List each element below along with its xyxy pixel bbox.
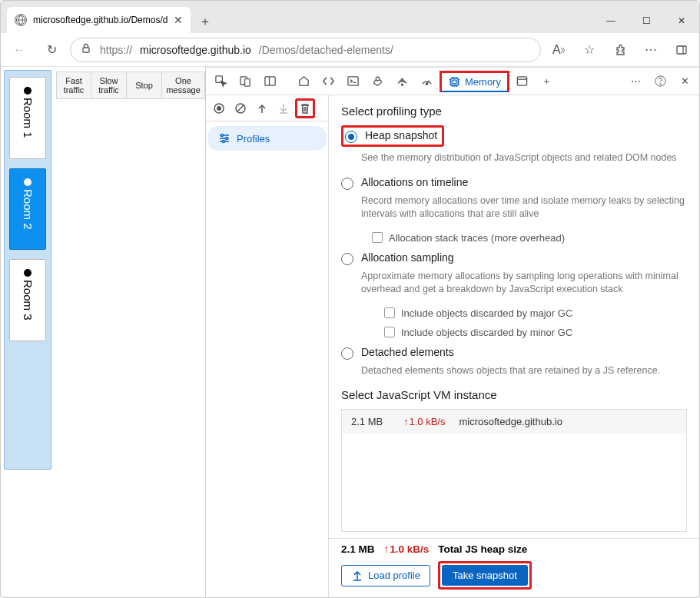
svg-rect-4 [677, 46, 686, 54]
svg-point-32 [659, 84, 660, 85]
clear-button[interactable] [231, 98, 250, 118]
allocations-timeline-option[interactable]: Allocations on timeline [341, 176, 687, 190]
radio-allocations-timeline[interactable] [341, 178, 353, 190]
tab-close-icon[interactable]: ✕ [174, 14, 183, 26]
radio-allocation-sampling[interactable] [341, 253, 353, 265]
performance-tab-icon[interactable] [415, 71, 438, 92]
room-2-button[interactable]: Room 2 [9, 168, 46, 251]
save-profile-button[interactable] [274, 98, 294, 118]
browser-tab[interactable]: microsoftedge.github.io/Demos/d ✕ [7, 7, 191, 33]
traffic-buttons: Fast traffic Slow traffic Stop One messa… [55, 67, 205, 102]
devtools-more-icon[interactable]: ⋯ [624, 71, 647, 92]
favorite-icon[interactable]: ☆ [576, 37, 602, 63]
svg-line-36 [237, 105, 244, 111]
memory-tab[interactable]: Memory [440, 71, 509, 92]
svg-point-34 [217, 106, 221, 111]
allocation-sampling-option[interactable]: Allocation sampling [341, 251, 687, 265]
more-tabs-button[interactable]: ＋ [536, 71, 559, 92]
total-heap-label: Total JS heap size [438, 543, 527, 555]
refresh-button[interactable]: ↻ [38, 36, 65, 64]
svg-rect-15 [451, 78, 458, 85]
window-titlebar: microsoftedge.github.io/Demos/d ✕ ＋ — ☐ … [1, 1, 699, 33]
allocation-stack-traces-checkbox[interactable]: Allocation stack traces (more overhead) [372, 232, 687, 244]
svg-point-45 [223, 141, 225, 143]
lock-icon [80, 42, 92, 57]
back-button[interactable]: ← [5, 36, 33, 64]
memory-main-panel: Select profiling type Heap snapshot See … [329, 95, 699, 538]
svg-rect-16 [453, 80, 456, 84]
svg-rect-9 [264, 77, 274, 85]
upload-icon [351, 570, 363, 582]
vm-instance-list: 2.1 MB 1.0 kB/s microsoftedge.github.io [341, 409, 687, 532]
svg-point-12 [401, 84, 403, 85]
network-tab-icon[interactable] [390, 71, 413, 92]
radio-detached-elements[interactable] [341, 347, 353, 360]
device-emulation-icon[interactable] [234, 71, 257, 92]
devtools-help-icon[interactable] [649, 71, 672, 92]
profiles-toolbar [206, 95, 328, 121]
console-tab-icon[interactable] [341, 71, 364, 92]
new-tab-button[interactable]: ＋ [194, 10, 217, 33]
fast-traffic-button[interactable]: Fast traffic [56, 71, 91, 99]
window-maximize-button[interactable]: ☐ [629, 8, 664, 33]
radio-heap-snapshot[interactable] [345, 131, 357, 143]
take-snapshot-button[interactable]: Take snapshot [442, 565, 528, 586]
url-box[interactable]: https://microsoftedge.github.io/Demos/de… [70, 38, 541, 62]
include-major-gc-checkbox[interactable]: Include objects discarded by major GC [384, 307, 687, 319]
delete-profile-button[interactable] [295, 98, 315, 118]
profiles-nav-item[interactable]: Profiles [207, 126, 327, 151]
vm-instance-row[interactable]: 2.1 MB 1.0 kB/s microsoftedge.github.io [342, 410, 686, 434]
inspect-icon[interactable] [209, 71, 232, 92]
devtools-close-icon[interactable]: ✕ [673, 71, 696, 92]
svg-point-43 [221, 135, 224, 137]
devtools-panel: Memory ＋ ⋯ ✕ [206, 67, 699, 597]
slow-traffic-button[interactable]: Slow traffic [91, 71, 127, 99]
window-minimize-button[interactable]: — [593, 8, 629, 33]
svg-rect-3 [83, 48, 89, 52]
read-aloud-icon[interactable]: A)) [546, 37, 572, 63]
load-profile-button[interactable]: Load profile [341, 565, 430, 586]
globe-icon [15, 14, 27, 26]
svg-rect-8 [244, 79, 250, 86]
url-path: /Demos/detached-elements/ [259, 44, 393, 56]
elements-tab-icon[interactable] [317, 71, 340, 92]
memory-icon [448, 75, 461, 88]
sliders-icon [218, 132, 231, 145]
rooms-sidebar: Room 1 Room 2 Room 3 [4, 70, 51, 470]
include-minor-gc-checkbox[interactable]: Include objects discarded by minor GC [384, 327, 687, 338]
profiles-panel: Profiles [206, 95, 329, 597]
dock-side-icon[interactable] [258, 71, 281, 92]
one-message-button[interactable]: One message [162, 71, 205, 99]
url-prefix: https:// [100, 44, 132, 56]
profiling-type-title: Select profiling type [341, 105, 687, 118]
svg-point-14 [426, 83, 427, 85]
svg-rect-29 [518, 77, 527, 85]
room-1-button[interactable]: Room 1 [9, 77, 46, 159]
record-button[interactable] [209, 98, 229, 118]
vm-instance-title: Select JavaScript VM instance [341, 388, 687, 401]
welcome-tab-icon[interactable] [292, 71, 315, 92]
total-heap-mb: 2.1 MB [341, 543, 375, 555]
detached-elements-option[interactable]: Detached elements [341, 346, 687, 360]
sidebar-icon[interactable] [668, 37, 695, 63]
room-3-button[interactable]: Room 3 [9, 259, 46, 341]
stop-button[interactable]: Stop [127, 71, 162, 99]
sources-tab-icon[interactable] [366, 71, 389, 92]
total-heap-rate: 1.0 kB/s [384, 543, 430, 555]
svg-point-44 [226, 138, 228, 140]
tab-title: microsoftedge.github.io/Demos/d [33, 15, 168, 25]
application-tab-icon[interactable] [511, 71, 534, 92]
url-host: microsoftedge.github.io [140, 44, 251, 56]
page-content: Room 1 Room 2 Room 3 Fast traffic Slow t… [1, 67, 206, 597]
address-bar-row: ← ↻ https://microsoftedge.github.io/Demo… [1, 33, 699, 67]
devtools-tabs: Memory ＋ ⋯ ✕ [206, 68, 699, 95]
heap-snapshot-option[interactable]: Heap snapshot [341, 125, 444, 147]
memory-footer: 2.1 MB 1.0 kB/s Total JS heap size Load … [329, 538, 699, 597]
window-close-button[interactable]: ✕ [664, 8, 699, 33]
collect-garbage-button[interactable] [252, 98, 272, 118]
settings-more-icon[interactable]: ⋯ [638, 37, 664, 63]
extensions-icon[interactable] [607, 37, 633, 63]
